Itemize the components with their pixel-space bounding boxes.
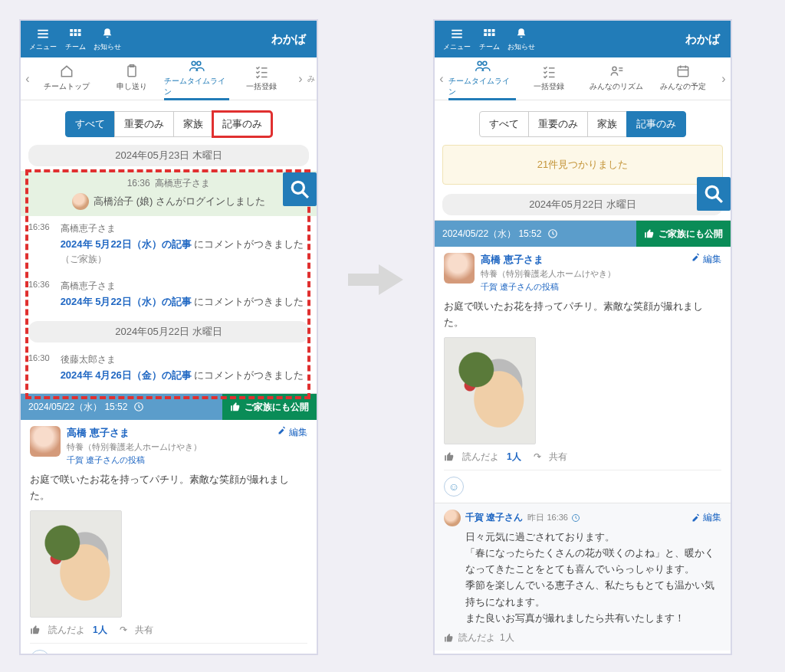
nav-next[interactable]: ›: [294, 57, 307, 100]
svg-rect-3: [70, 29, 73, 32]
nav-timeline[interactable]: チームタイムライン: [164, 57, 229, 100]
svg-rect-19: [452, 29, 462, 31]
menu-button[interactable]: メニュー: [441, 27, 473, 52]
filter-family[interactable]: 家族: [173, 111, 213, 137]
filter-tabs: すべて 重要のみ 家族 記事のみ: [21, 111, 317, 137]
team-button[interactable]: チーム: [473, 27, 505, 52]
svg-rect-2: [38, 36, 48, 38]
read-count[interactable]: 1人: [93, 624, 107, 637]
arrow-icon: [345, 261, 406, 299]
feed-item[interactable]: 16:30 後藤太郎さま 2024年 4月26日（金）の記事 にコメントがつきま…: [21, 347, 317, 390]
svg-point-11: [192, 61, 195, 65]
svg-rect-5: [78, 29, 81, 32]
post-text: お庭で咲いたお花を持ってパチリ。素敵な笑顔が撮れました。: [30, 472, 307, 504]
filter-important[interactable]: 重要のみ: [528, 111, 588, 137]
pencil-icon: [278, 426, 287, 435]
svg-rect-9: [128, 66, 136, 76]
avatar-icon: [444, 510, 461, 526]
reply-meta: 昨日 16:36: [527, 512, 580, 523]
share-label[interactable]: 共有: [135, 624, 153, 637]
nav-bulk[interactable]: 一括登録: [229, 57, 294, 100]
filter-all[interactable]: すべて: [479, 111, 529, 137]
read-count[interactable]: 1人: [507, 451, 521, 464]
search-button[interactable]: [283, 172, 317, 206]
edit-button[interactable]: 編集: [691, 511, 721, 524]
nav-rhythm[interactable]: みんなのリズム: [583, 57, 650, 100]
nav-next[interactable]: ›: [717, 57, 731, 100]
reply-author[interactable]: 千賀 遼子さん: [465, 511, 523, 524]
nav-team-top[interactable]: チームトップ: [34, 57, 100, 100]
filter-tabs: すべて 重要のみ 家族 記事のみ: [435, 111, 731, 137]
post-photo[interactable]: [30, 510, 122, 618]
notice-label: お知らせ: [94, 42, 121, 52]
post-poster[interactable]: 千賀 遼子さんの投稿: [481, 281, 616, 293]
svg-line-41: [716, 196, 722, 202]
post-photo[interactable]: [444, 337, 536, 444]
svg-rect-26: [488, 33, 491, 36]
edit-button[interactable]: 編集: [691, 253, 721, 293]
nav-bulk[interactable]: 一括登録: [516, 57, 583, 100]
search-button[interactable]: [697, 177, 731, 211]
nav-prev[interactable]: ‹: [21, 57, 34, 100]
filter-articles[interactable]: 記事のみ: [212, 111, 272, 137]
read-count[interactable]: 1人: [500, 631, 514, 644]
edit-button[interactable]: 編集: [278, 426, 307, 466]
share-family-button[interactable]: ご家族にも公開: [222, 394, 317, 420]
filter-all[interactable]: すべて: [65, 111, 115, 137]
menu-button[interactable]: メニュー: [27, 27, 59, 52]
right-screen: メニュー チーム お知らせ わかば ‹ チームタイムライン 一括登録: [433, 19, 732, 655]
reply-card: 千賀 遼子さん 昨日 16:36 編集 日々元気に過ごされております。「春になっ…: [435, 503, 731, 651]
post-text: お庭で咲いたお花を持ってパチリ。素敵な笑顔が撮れました。: [444, 299, 721, 331]
svg-rect-4: [74, 29, 77, 32]
nav-requests[interactable]: 申し送り: [100, 57, 165, 100]
svg-point-40: [706, 186, 718, 198]
post-poster[interactable]: 千賀 遼子さんの投稿: [67, 454, 202, 466]
share-label[interactable]: 共有: [549, 451, 567, 464]
post-author[interactable]: 高橋 恵子さま: [481, 253, 616, 267]
pencil-icon: [691, 253, 701, 262]
nav-prev[interactable]: ‹: [435, 57, 448, 100]
thumb-up-icon[interactable]: [30, 624, 41, 635]
nav-schedule[interactable]: みんなの予定: [650, 57, 718, 100]
react-button[interactable]: ☺: [30, 650, 50, 655]
filter-important[interactable]: 重要のみ: [114, 111, 174, 137]
svg-rect-22: [484, 29, 487, 32]
nav-row: ‹ チームトップ 申し送り チームタイムライン 一括登録 › み: [21, 57, 317, 100]
result-count: 21件見つかりました: [442, 145, 723, 185]
date-separator: 2024年05月22日 水曜日: [442, 194, 723, 215]
clock-icon: [133, 402, 144, 412]
share-family-button[interactable]: ご家族にも公開: [636, 221, 731, 247]
read-label[interactable]: 読んだよ: [458, 631, 495, 644]
feed-item[interactable]: 16:36 高橋恵子さま 2024年 5月22日（水）の記事 にコメントがつきま…: [21, 274, 317, 316]
svg-rect-25: [484, 33, 487, 36]
svg-rect-21: [452, 36, 462, 38]
nav-timeline[interactable]: チームタイムライン: [448, 57, 516, 100]
thumb-up-icon[interactable]: [444, 451, 455, 462]
thumb-up-icon[interactable]: [444, 633, 454, 643]
nav-row: ‹ チームタイムライン 一括登録 みんなのリズム みんなの予定 ›: [435, 57, 731, 100]
filter-articles[interactable]: 記事のみ: [626, 111, 686, 137]
avatar: [444, 253, 475, 284]
svg-rect-7: [74, 33, 77, 36]
avatar: [30, 426, 61, 457]
svg-point-29: [483, 61, 487, 65]
feed-item[interactable]: 16:36 高橋恵子さま 2024年 5月22日（水）の記事 にコメントがつきま…: [21, 216, 317, 274]
post-datetime: 2024/05/22（水） 15:52: [21, 394, 222, 420]
read-label[interactable]: 読んだよ: [462, 451, 499, 464]
notice-button[interactable]: お知らせ: [505, 27, 537, 52]
avatar-icon: [72, 193, 89, 210]
filter-family[interactable]: 家族: [587, 111, 627, 137]
thumb-up-icon: [644, 228, 655, 239]
read-label[interactable]: 読んだよ: [48, 624, 85, 637]
notice-button[interactable]: お知らせ: [91, 27, 123, 52]
topbar: メニュー チーム お知らせ わかば: [21, 21, 317, 57]
post-author[interactable]: 高橋 恵子さま: [67, 426, 202, 440]
team-button[interactable]: チーム: [59, 27, 91, 52]
app-title: わかば: [271, 32, 310, 47]
svg-rect-27: [492, 33, 495, 36]
react-button[interactable]: ☺: [444, 477, 464, 497]
post-role: 特養（特別養護老人ホームけやき）: [481, 268, 616, 280]
svg-rect-0: [38, 29, 48, 31]
pencil-icon: [691, 513, 701, 523]
login-event[interactable]: 16:36 高橋恵子さま 高橋治子 (娘) さんがログインしました: [21, 171, 317, 216]
